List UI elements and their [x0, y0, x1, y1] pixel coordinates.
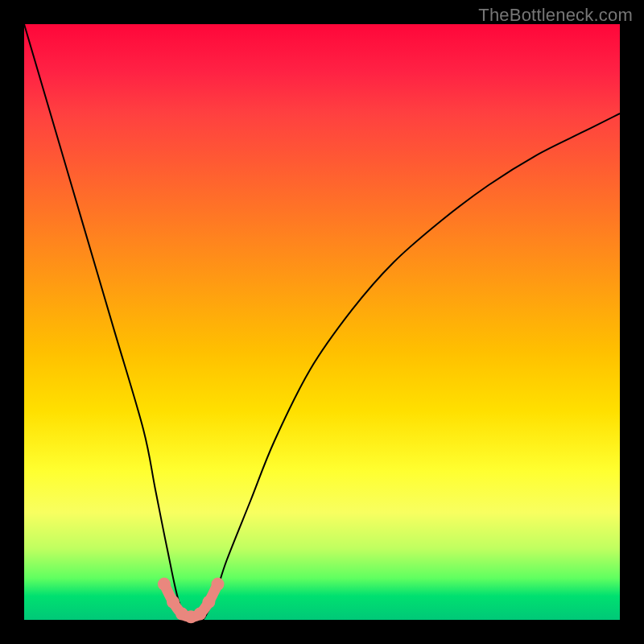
- bottleneck-curve-svg: [24, 24, 620, 620]
- highlight-dot: [202, 596, 215, 609]
- highlight-dot: [212, 578, 225, 591]
- curve-path: [24, 24, 620, 622]
- highlight-dot: [167, 596, 180, 609]
- highlight-dot: [158, 578, 171, 591]
- highlight-dots: [158, 578, 225, 624]
- watermark-text: TheBottleneck.com: [478, 5, 633, 26]
- plot-area: [24, 24, 620, 620]
- highlight-dot: [193, 608, 206, 621]
- curve-line: [24, 24, 620, 622]
- chart-frame: TheBottleneck.com: [0, 0, 644, 644]
